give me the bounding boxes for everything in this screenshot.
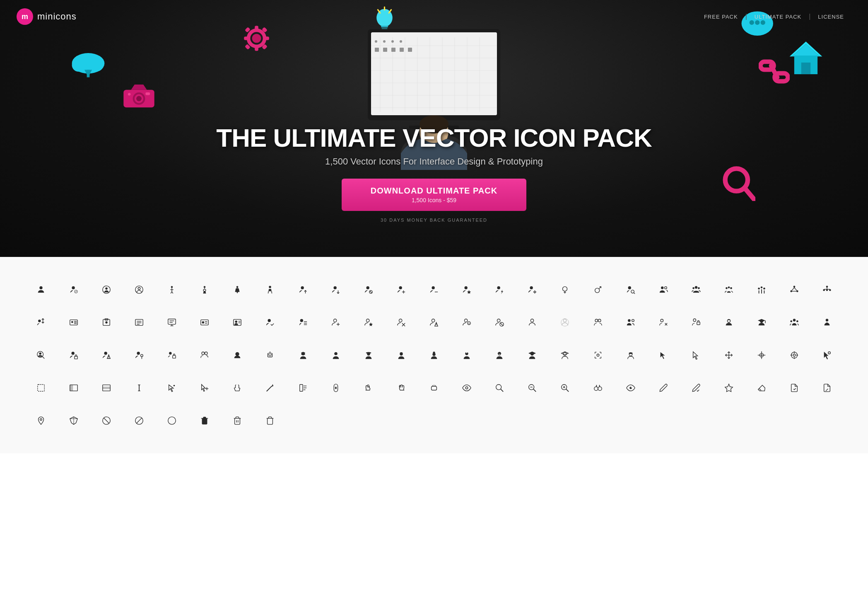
svg-rect-288 xyxy=(103,387,110,389)
icon-user-verify xyxy=(254,306,286,338)
icon-two-persons-filled xyxy=(615,306,646,338)
logo-letter: m xyxy=(22,12,28,21)
icon-police-hat xyxy=(615,339,646,371)
svg-point-206 xyxy=(661,319,663,322)
svg-point-134 xyxy=(793,286,796,288)
svg-point-266 xyxy=(597,354,599,356)
icon-graduate xyxy=(746,306,778,338)
icon-cursor-arrow xyxy=(647,339,679,371)
download-button[interactable]: DOWNLOAD ULTIMATE PACK 1,500 Icons - $59 xyxy=(342,179,526,211)
svg-point-204 xyxy=(628,319,630,322)
svg-rect-32 xyxy=(146,92,150,95)
icons-grid xyxy=(25,274,843,437)
svg-point-195 xyxy=(469,322,469,322)
svg-point-201 xyxy=(561,319,569,326)
svg-point-98 xyxy=(366,286,369,289)
icon-person-outline xyxy=(516,306,548,338)
svg-marker-25 xyxy=(84,70,92,77)
svg-rect-269 xyxy=(629,352,632,353)
icon-cursor-pointer xyxy=(680,339,712,371)
svg-point-310 xyxy=(465,387,468,389)
icon-grab-hand xyxy=(385,372,417,404)
icon-child xyxy=(254,274,286,305)
svg-point-200 xyxy=(564,319,567,322)
svg-point-223 xyxy=(39,352,41,355)
svg-point-255 xyxy=(432,353,435,356)
icons-section xyxy=(0,257,868,453)
icon-trash-fill xyxy=(189,405,221,437)
svg-rect-34 xyxy=(761,62,774,70)
icon-person-helmet xyxy=(713,306,745,338)
svg-point-185 xyxy=(399,319,402,322)
icon-license xyxy=(123,306,155,338)
logo[interactable]: m minicons xyxy=(17,8,77,25)
icon-female-symbol xyxy=(549,274,581,305)
svg-marker-28 xyxy=(131,85,147,90)
svg-point-209 xyxy=(693,319,696,321)
icon-scroll xyxy=(320,372,352,404)
icon-ninja xyxy=(222,339,253,371)
icon-cursor-crosshair xyxy=(746,339,778,371)
svg-point-112 xyxy=(563,286,567,291)
icon-users-chart xyxy=(713,274,745,305)
nav-free-pack[interactable]: FREE PACK xyxy=(697,14,745,20)
svg-point-244 xyxy=(270,351,270,352)
svg-point-144 xyxy=(826,289,828,291)
svg-point-87 xyxy=(204,286,206,288)
icon-user-circle-outline xyxy=(123,274,155,305)
icon-person-2 xyxy=(189,274,221,305)
svg-point-168 xyxy=(202,321,205,324)
icon-badge xyxy=(90,306,122,338)
svg-point-284 xyxy=(828,352,831,354)
svg-point-123 xyxy=(692,287,694,289)
svg-point-75 xyxy=(39,286,42,289)
svg-point-260 xyxy=(498,354,499,355)
svg-rect-38 xyxy=(794,56,817,74)
icon-zoom-out xyxy=(516,372,548,404)
svg-marker-293 xyxy=(169,385,174,392)
nav-license[interactable]: LICENSE xyxy=(810,14,851,20)
svg-point-176 xyxy=(300,319,303,322)
svg-line-116 xyxy=(599,286,601,288)
svg-rect-210 xyxy=(697,322,700,324)
svg-rect-300 xyxy=(299,385,302,392)
icon-person-work xyxy=(680,306,712,338)
guarantee-text: 30 DAYS MONEY BACK GUARANTEED xyxy=(216,218,651,223)
svg-point-30 xyxy=(135,94,143,103)
icon-cursor-move xyxy=(713,339,745,371)
icon-user-blocked xyxy=(352,274,384,305)
icon-face-scan xyxy=(582,339,614,371)
svg-rect-65 xyxy=(375,48,379,52)
icon-fist xyxy=(418,372,450,404)
svg-line-325 xyxy=(760,389,762,391)
icon-user-list xyxy=(287,306,319,338)
svg-point-122 xyxy=(695,286,697,288)
svg-rect-45 xyxy=(371,32,497,115)
svg-marker-40 xyxy=(790,41,822,56)
icon-row-select xyxy=(90,372,122,404)
hero-section: m minicons FREE PACK | ULTIMATE PACK | L… xyxy=(0,0,868,257)
icon-users xyxy=(647,274,679,305)
svg-point-22 xyxy=(72,53,104,74)
icon-zoom-in xyxy=(549,372,581,404)
house-icon xyxy=(787,41,825,83)
nav-ultimate-pack[interactable]: ULTIMATE PACK xyxy=(747,14,809,20)
svg-rect-69 xyxy=(408,48,412,52)
svg-point-96 xyxy=(333,286,336,289)
link-icon xyxy=(759,58,790,90)
svg-marker-270 xyxy=(660,352,665,359)
svg-point-183 xyxy=(366,319,369,322)
svg-rect-68 xyxy=(400,48,404,52)
svg-point-90 xyxy=(236,286,239,288)
svg-rect-162 xyxy=(168,319,176,324)
svg-rect-226 xyxy=(75,356,77,359)
svg-point-294 xyxy=(174,385,175,387)
svg-point-236 xyxy=(202,352,204,354)
icon-chef xyxy=(418,339,450,371)
svg-rect-306 xyxy=(432,386,437,390)
svg-point-311 xyxy=(496,385,502,390)
svg-point-188 xyxy=(432,319,434,322)
svg-line-93 xyxy=(272,291,272,293)
icon-binoculars xyxy=(582,372,614,404)
icon-user-search xyxy=(615,274,646,305)
